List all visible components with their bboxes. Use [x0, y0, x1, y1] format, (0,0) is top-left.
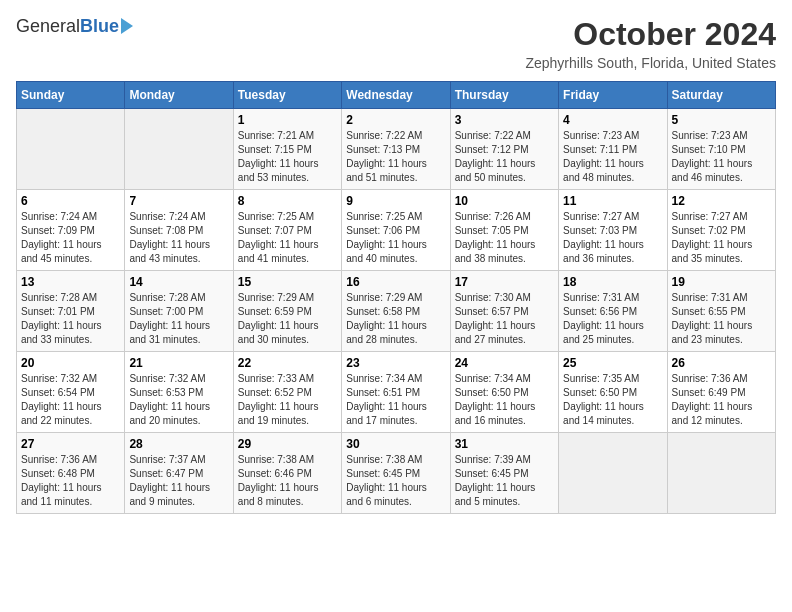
day-info: Sunrise: 7:31 AMSunset: 6:55 PMDaylight:…: [672, 291, 771, 347]
day-info: Sunrise: 7:34 AMSunset: 6:50 PMDaylight:…: [455, 372, 554, 428]
column-header-monday: Monday: [125, 82, 233, 109]
day-number: 26: [672, 356, 771, 370]
day-number: 18: [563, 275, 662, 289]
title-block: October 2024 Zephyrhills South, Florida,…: [525, 16, 776, 71]
day-info: Sunrise: 7:22 AMSunset: 7:12 PMDaylight:…: [455, 129, 554, 185]
day-number: 31: [455, 437, 554, 451]
day-number: 2: [346, 113, 445, 127]
day-info: Sunrise: 7:35 AMSunset: 6:50 PMDaylight:…: [563, 372, 662, 428]
calendar-cell: [667, 433, 775, 514]
logo: General Blue: [16, 16, 133, 37]
day-number: 21: [129, 356, 228, 370]
calendar-cell: 9Sunrise: 7:25 AMSunset: 7:06 PMDaylight…: [342, 190, 450, 271]
calendar-cell: 26Sunrise: 7:36 AMSunset: 6:49 PMDayligh…: [667, 352, 775, 433]
day-info: Sunrise: 7:38 AMSunset: 6:46 PMDaylight:…: [238, 453, 337, 509]
day-info: Sunrise: 7:21 AMSunset: 7:15 PMDaylight:…: [238, 129, 337, 185]
column-header-tuesday: Tuesday: [233, 82, 341, 109]
day-number: 6: [21, 194, 120, 208]
day-info: Sunrise: 7:28 AMSunset: 7:00 PMDaylight:…: [129, 291, 228, 347]
day-info: Sunrise: 7:38 AMSunset: 6:45 PMDaylight:…: [346, 453, 445, 509]
logo-arrow-icon: [121, 18, 133, 34]
day-number: 13: [21, 275, 120, 289]
day-number: 25: [563, 356, 662, 370]
calendar-cell: 4Sunrise: 7:23 AMSunset: 7:11 PMDaylight…: [559, 109, 667, 190]
calendar-body: 1Sunrise: 7:21 AMSunset: 7:15 PMDaylight…: [17, 109, 776, 514]
calendar-cell: 30Sunrise: 7:38 AMSunset: 6:45 PMDayligh…: [342, 433, 450, 514]
day-number: 5: [672, 113, 771, 127]
day-info: Sunrise: 7:32 AMSunset: 6:54 PMDaylight:…: [21, 372, 120, 428]
location-text: Zephyrhills South, Florida, United State…: [525, 55, 776, 71]
day-info: Sunrise: 7:29 AMSunset: 6:59 PMDaylight:…: [238, 291, 337, 347]
calendar-cell: 11Sunrise: 7:27 AMSunset: 7:03 PMDayligh…: [559, 190, 667, 271]
day-info: Sunrise: 7:36 AMSunset: 6:49 PMDaylight:…: [672, 372, 771, 428]
week-row-3: 13Sunrise: 7:28 AMSunset: 7:01 PMDayligh…: [17, 271, 776, 352]
calendar-cell: 20Sunrise: 7:32 AMSunset: 6:54 PMDayligh…: [17, 352, 125, 433]
day-info: Sunrise: 7:25 AMSunset: 7:07 PMDaylight:…: [238, 210, 337, 266]
day-number: 10: [455, 194, 554, 208]
calendar-cell: 19Sunrise: 7:31 AMSunset: 6:55 PMDayligh…: [667, 271, 775, 352]
day-number: 8: [238, 194, 337, 208]
day-info: Sunrise: 7:28 AMSunset: 7:01 PMDaylight:…: [21, 291, 120, 347]
day-info: Sunrise: 7:37 AMSunset: 6:47 PMDaylight:…: [129, 453, 228, 509]
calendar-cell: 25Sunrise: 7:35 AMSunset: 6:50 PMDayligh…: [559, 352, 667, 433]
day-number: 9: [346, 194, 445, 208]
logo-general-text: General: [16, 16, 80, 37]
day-info: Sunrise: 7:31 AMSunset: 6:56 PMDaylight:…: [563, 291, 662, 347]
day-number: 22: [238, 356, 337, 370]
day-number: 4: [563, 113, 662, 127]
header-row: SundayMondayTuesdayWednesdayThursdayFrid…: [17, 82, 776, 109]
calendar-cell: 16Sunrise: 7:29 AMSunset: 6:58 PMDayligh…: [342, 271, 450, 352]
day-number: 12: [672, 194, 771, 208]
calendar-cell: 1Sunrise: 7:21 AMSunset: 7:15 PMDaylight…: [233, 109, 341, 190]
day-number: 30: [346, 437, 445, 451]
day-number: 7: [129, 194, 228, 208]
calendar-table: SundayMondayTuesdayWednesdayThursdayFrid…: [16, 81, 776, 514]
day-info: Sunrise: 7:27 AMSunset: 7:03 PMDaylight:…: [563, 210, 662, 266]
day-number: 11: [563, 194, 662, 208]
column-header-thursday: Thursday: [450, 82, 558, 109]
column-header-saturday: Saturday: [667, 82, 775, 109]
day-number: 24: [455, 356, 554, 370]
day-info: Sunrise: 7:25 AMSunset: 7:06 PMDaylight:…: [346, 210, 445, 266]
week-row-2: 6Sunrise: 7:24 AMSunset: 7:09 PMDaylight…: [17, 190, 776, 271]
calendar-cell: 7Sunrise: 7:24 AMSunset: 7:08 PMDaylight…: [125, 190, 233, 271]
calendar-cell: 17Sunrise: 7:30 AMSunset: 6:57 PMDayligh…: [450, 271, 558, 352]
day-info: Sunrise: 7:24 AMSunset: 7:09 PMDaylight:…: [21, 210, 120, 266]
day-number: 27: [21, 437, 120, 451]
day-info: Sunrise: 7:36 AMSunset: 6:48 PMDaylight:…: [21, 453, 120, 509]
calendar-header: SundayMondayTuesdayWednesdayThursdayFrid…: [17, 82, 776, 109]
calendar-cell: 29Sunrise: 7:38 AMSunset: 6:46 PMDayligh…: [233, 433, 341, 514]
day-number: 29: [238, 437, 337, 451]
calendar-cell: 5Sunrise: 7:23 AMSunset: 7:10 PMDaylight…: [667, 109, 775, 190]
calendar-cell: 23Sunrise: 7:34 AMSunset: 6:51 PMDayligh…: [342, 352, 450, 433]
week-row-4: 20Sunrise: 7:32 AMSunset: 6:54 PMDayligh…: [17, 352, 776, 433]
calendar-cell: 14Sunrise: 7:28 AMSunset: 7:00 PMDayligh…: [125, 271, 233, 352]
day-number: 17: [455, 275, 554, 289]
calendar-cell: 2Sunrise: 7:22 AMSunset: 7:13 PMDaylight…: [342, 109, 450, 190]
day-number: 28: [129, 437, 228, 451]
day-number: 15: [238, 275, 337, 289]
calendar-cell: 12Sunrise: 7:27 AMSunset: 7:02 PMDayligh…: [667, 190, 775, 271]
calendar-cell: 15Sunrise: 7:29 AMSunset: 6:59 PMDayligh…: [233, 271, 341, 352]
calendar-cell: 24Sunrise: 7:34 AMSunset: 6:50 PMDayligh…: [450, 352, 558, 433]
day-info: Sunrise: 7:26 AMSunset: 7:05 PMDaylight:…: [455, 210, 554, 266]
day-info: Sunrise: 7:24 AMSunset: 7:08 PMDaylight:…: [129, 210, 228, 266]
week-row-1: 1Sunrise: 7:21 AMSunset: 7:15 PMDaylight…: [17, 109, 776, 190]
calendar-cell: [559, 433, 667, 514]
calendar-cell: 21Sunrise: 7:32 AMSunset: 6:53 PMDayligh…: [125, 352, 233, 433]
calendar-cell: 31Sunrise: 7:39 AMSunset: 6:45 PMDayligh…: [450, 433, 558, 514]
day-info: Sunrise: 7:23 AMSunset: 7:11 PMDaylight:…: [563, 129, 662, 185]
calendar-cell: 22Sunrise: 7:33 AMSunset: 6:52 PMDayligh…: [233, 352, 341, 433]
page-header: General Blue October 2024 Zephyrhills So…: [16, 16, 776, 71]
day-number: 14: [129, 275, 228, 289]
column-header-sunday: Sunday: [17, 82, 125, 109]
day-number: 3: [455, 113, 554, 127]
week-row-5: 27Sunrise: 7:36 AMSunset: 6:48 PMDayligh…: [17, 433, 776, 514]
day-info: Sunrise: 7:22 AMSunset: 7:13 PMDaylight:…: [346, 129, 445, 185]
day-info: Sunrise: 7:30 AMSunset: 6:57 PMDaylight:…: [455, 291, 554, 347]
day-number: 23: [346, 356, 445, 370]
calendar-cell: [125, 109, 233, 190]
day-number: 16: [346, 275, 445, 289]
calendar-cell: 28Sunrise: 7:37 AMSunset: 6:47 PMDayligh…: [125, 433, 233, 514]
calendar-cell: 18Sunrise: 7:31 AMSunset: 6:56 PMDayligh…: [559, 271, 667, 352]
